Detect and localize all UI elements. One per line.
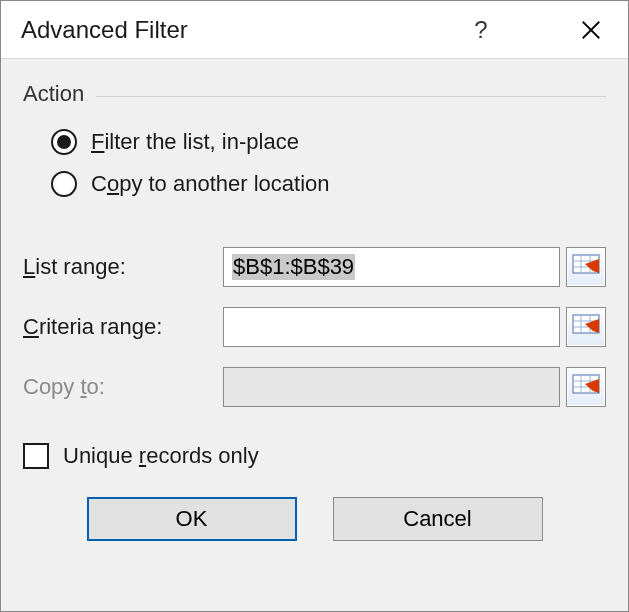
radio-filter-in-place[interactable]: Filter the list, in-place bbox=[51, 129, 606, 155]
list-range-row: List range: $B$1:$B$39 bbox=[23, 247, 606, 287]
accelerator: F bbox=[91, 129, 104, 154]
radio-indicator bbox=[51, 171, 77, 197]
text: ecords only bbox=[146, 443, 259, 468]
checkbox-indicator bbox=[23, 443, 49, 469]
accelerator: C bbox=[23, 314, 39, 339]
dialog-buttons: OK Cancel bbox=[23, 497, 606, 541]
text: ilter the list, in-place bbox=[104, 129, 298, 154]
divider bbox=[96, 96, 606, 97]
range-select-icon bbox=[572, 373, 600, 401]
criteria-range-label: Criteria range: bbox=[23, 314, 223, 340]
close-icon bbox=[580, 19, 602, 41]
titlebar: Advanced Filter ? bbox=[1, 1, 628, 59]
radio-copy-to-location[interactable]: Copy to another location bbox=[51, 171, 606, 197]
list-range-value: $B$1:$B$39 bbox=[232, 254, 355, 280]
copy-to-row: Copy to: bbox=[23, 367, 606, 407]
dialog-body: Action Filter the list, in-place Copy to… bbox=[1, 59, 628, 611]
text: o: bbox=[87, 374, 105, 399]
unique-records-checkbox-row[interactable]: Unique records only bbox=[23, 443, 606, 469]
radio-label-filter-in-place: Filter the list, in-place bbox=[91, 129, 299, 155]
text: py to another location bbox=[119, 171, 329, 196]
help-button[interactable]: ? bbox=[456, 1, 506, 59]
text: Unique bbox=[63, 443, 139, 468]
copy-to-input bbox=[223, 367, 560, 407]
radio-label-copy-to-location: Copy to another location bbox=[91, 171, 330, 197]
action-radio-group: Filter the list, in-place Copy to anothe… bbox=[23, 121, 606, 213]
radio-indicator bbox=[51, 129, 77, 155]
range-select-icon bbox=[572, 253, 600, 281]
range-select-icon bbox=[572, 313, 600, 341]
criteria-range-picker-button[interactable] bbox=[566, 307, 606, 347]
criteria-range-input[interactable] bbox=[223, 307, 560, 347]
accelerator: o bbox=[107, 171, 119, 196]
text: C bbox=[91, 171, 107, 196]
dialog-title: Advanced Filter bbox=[21, 16, 188, 44]
advanced-filter-dialog: Advanced Filter ? Action Filter the list… bbox=[0, 0, 629, 612]
text: ist range: bbox=[35, 254, 126, 279]
criteria-range-row: Criteria range: bbox=[23, 307, 606, 347]
unique-records-label: Unique records only bbox=[63, 443, 259, 469]
close-button[interactable] bbox=[566, 1, 616, 59]
accelerator: L bbox=[23, 254, 35, 279]
action-group-label: Action bbox=[23, 81, 96, 107]
help-icon: ? bbox=[474, 16, 487, 44]
cancel-button[interactable]: Cancel bbox=[333, 497, 543, 541]
copy-to-label: Copy to: bbox=[23, 374, 223, 400]
copy-to-picker-button[interactable] bbox=[566, 367, 606, 407]
ok-button[interactable]: OK bbox=[87, 497, 297, 541]
text: riteria range: bbox=[39, 314, 163, 339]
list-range-picker-button[interactable] bbox=[566, 247, 606, 287]
list-range-label: List range: bbox=[23, 254, 223, 280]
text: Copy bbox=[23, 374, 80, 399]
action-group-header: Action bbox=[23, 81, 606, 107]
list-range-input[interactable]: $B$1:$B$39 bbox=[223, 247, 560, 287]
